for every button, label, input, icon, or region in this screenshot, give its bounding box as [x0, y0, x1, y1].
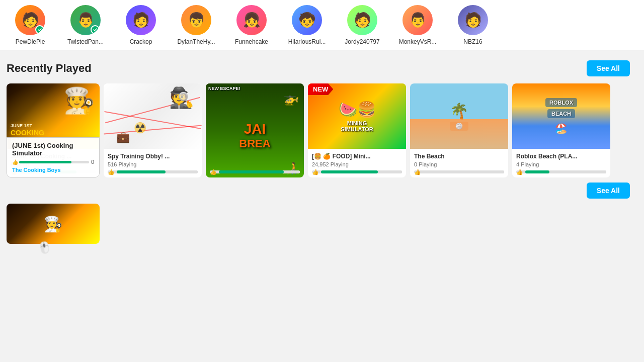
game-title-spy: Spy Training Obby! ...: [108, 153, 198, 160]
game-tooltip-cooking: (JUNE 1st) Cooking Simulator 👍 0 The Coo…: [7, 137, 100, 177]
creator-pewdie[interactable]: 🧑 PewDiePie: [10, 5, 50, 45]
creator-avatar-dylan: 👦: [181, 5, 211, 35]
recently-played-header: Recently Played See All: [3, 60, 634, 76]
creator-nbz[interactable]: 🧑 NBZ16: [453, 5, 493, 45]
creator-dylan[interactable]: 👦 DylanTheHy...: [176, 5, 216, 45]
tooltip-title: (JUNE 1st) Cooking Simulator: [12, 142, 94, 157]
creator-twisted[interactable]: 👨 TwistedPan...: [65, 5, 106, 45]
game-info-spy: Spy Training Obby! ... 516 Playing 👍: [104, 149, 202, 177]
creator-avatar-twisted: 👨: [70, 5, 101, 35]
game-playing-beach: 0 Playing: [414, 161, 504, 167]
creator-name-crackop: Crackop: [130, 38, 152, 45]
creator-hilarious[interactable]: 🧒 HilariousRul...: [287, 5, 327, 45]
creator-name-jordy: Jordy240797: [345, 38, 379, 45]
game-title-roblox-beach: Roblox Beach (PLA...: [516, 153, 606, 160]
creator-name-dylan: DylanTheHy...: [177, 38, 215, 45]
creator-avatar-nbz: 🧑: [458, 5, 488, 35]
game-info-roblox-beach: Roblox Beach (PLA... 4 Playing 👍: [512, 149, 610, 177]
creator-badge-pewdie: [35, 25, 44, 34]
creator-name-nbz: NBZ16: [463, 38, 482, 45]
game-card-beach[interactable]: 🌴 🏐 The Beach 0 Playing 👍: [410, 83, 508, 177]
creator-avatar-jordy: 🧑: [347, 5, 377, 35]
game-card-roblox-beach[interactable]: ROBLOX BEACH 🏖️ Roblox Beach (PLA... 4 P…: [512, 83, 610, 177]
game-card-mining[interactable]: NEW 🍉🍔 MINING SIMULATOR [🍔 🍊 FOOD] Mini.…: [308, 83, 406, 177]
games-grid: 🧑‍🍳 JUNE 1ST COOKING SIMULATOR JUNE 1st)…: [3, 83, 634, 177]
recently-played-title: Recently Played: [7, 62, 92, 75]
rating-bar-mining: 👍: [312, 170, 402, 173]
tooltip-zero: 0: [91, 159, 94, 165]
creator-funneh[interactable]: 👧 Funnehcake: [231, 5, 272, 45]
game-title-mining: [🍔 🍊 FOOD] Mini...: [312, 153, 402, 160]
see-all-top-button[interactable]: See All: [587, 60, 630, 76]
creator-name-pewdie: PewDiePie: [16, 38, 45, 45]
game-thumbnail-spy: 🕵️ 💼 ☢️: [104, 83, 202, 149]
rating-bar-jail: 👍: [210, 170, 300, 173]
bottom-row: 🧑‍🍳: [3, 199, 634, 244]
rating-bar-roblox-beach: 👍: [516, 170, 606, 173]
creator-avatar-hilarious: 🧒: [292, 5, 322, 35]
game-playing-mining: 24,952 Playing: [312, 161, 402, 167]
tooltip-creator[interactable]: The Cooking Boys: [12, 167, 94, 173]
game-info-beach: The Beach 0 Playing 👍: [410, 149, 508, 177]
game-thumbnail-beach: 🌴 🏐: [410, 83, 508, 149]
creator-jordy[interactable]: 🧑 Jordy240797: [342, 5, 382, 45]
creator-crackop[interactable]: 🧑 Crackop: [121, 5, 161, 45]
game-thumbnail-jail: NEW ESCAPE! 🚁 JAI BREA 🧑‍🦯: [206, 83, 304, 149]
game-thumbnail-mining: NEW 🍉🍔 MINING SIMULATOR: [308, 83, 406, 149]
creator-name-funneh: Funnehcake: [235, 38, 268, 45]
game-thumbnail-roblox-beach: ROBLOX BEACH 🏖️: [512, 83, 610, 149]
creators-row: 🧑 PewDiePie 👨 TwistedPan... 🧑 Crackop 👦 …: [0, 0, 644, 50]
game-card-jail[interactable]: NEW ESCAPE! 🚁 JAI BREA 🧑‍🦯 😱 SEWER ESCAP…: [206, 83, 304, 177]
creator-name-twisted: TwistedPan...: [67, 38, 104, 45]
new-badge: NEW: [308, 83, 333, 95]
creator-badge-twisted: [91, 25, 100, 34]
game-title-beach: The Beach: [414, 153, 504, 160]
rating-bar-beach: 👍: [414, 170, 504, 173]
bottom-card-cooking[interactable]: 🧑‍🍳: [7, 204, 100, 244]
game-card-cooking[interactable]: 🧑‍🍳 JUNE 1ST COOKING SIMULATOR JUNE 1st)…: [7, 83, 100, 177]
see-all-bottom-button[interactable]: See All: [587, 183, 630, 199]
creator-name-monkey: MonkeyVsR...: [399, 38, 437, 45]
section-footer: See All: [3, 177, 634, 199]
creator-monkey[interactable]: 👨 MonkeyVsR...: [397, 5, 438, 45]
main-content: Recently Played See All 🧑‍🍳 JUNE 1ST COO…: [0, 50, 644, 249]
creator-name-hilarious: HilariousRul...: [288, 38, 326, 45]
bottom-thumbnail-cooking: 🧑‍🍳: [7, 204, 100, 244]
creator-avatar-monkey: 👨: [403, 5, 433, 35]
game-playing-spy: 516 Playing: [108, 161, 198, 167]
rating-bar-spy: 👍: [108, 170, 198, 173]
game-playing-roblox-beach: 4 Playing: [516, 161, 606, 167]
creator-avatar-pewdie: 🧑: [15, 5, 45, 35]
creator-avatar-funneh: 👧: [236, 5, 267, 35]
creator-avatar-crackop: 🧑: [126, 5, 156, 35]
tooltip-plays: 👍 0: [12, 159, 94, 165]
game-info-mining: [🍔 🍊 FOOD] Mini... 24,952 Playing 👍: [308, 149, 406, 177]
game-card-spy[interactable]: 🕵️ 💼 ☢️ Spy Training Obby! ... 516 Playi…: [104, 83, 202, 177]
